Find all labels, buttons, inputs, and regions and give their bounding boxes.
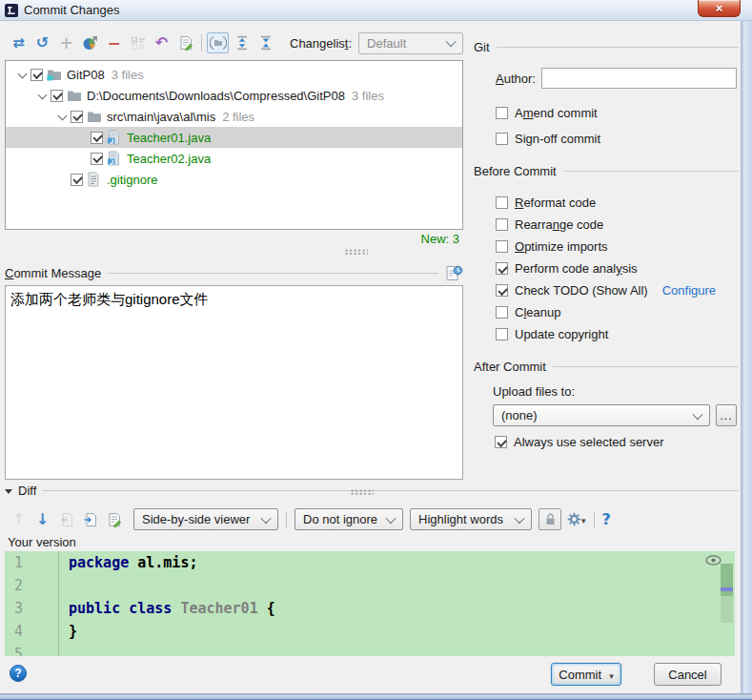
diff-code-pane: 1package al.mis;23public class Teacher01… (5, 551, 735, 656)
git-section-title: Git (474, 40, 490, 54)
file-count: 3 files (352, 89, 384, 103)
compare-previous-file-button[interactable] (55, 509, 77, 530)
window-frame-right (741, 21, 752, 693)
option-update-copyright[interactable]: Update copyright (474, 323, 739, 345)
splitter-grip[interactable] (345, 249, 368, 255)
tree-row-teacher01-java[interactable]: Teacher01.java (6, 127, 462, 148)
tree-row-teacher02-java[interactable]: Teacher02.java (6, 148, 462, 169)
lock-scroll-button[interactable] (539, 508, 561, 530)
next-difference-button[interactable]: ↓ (31, 509, 53, 530)
add-changelist-button[interactable]: + (55, 32, 77, 53)
upload-server-select[interactable]: (none) (493, 404, 710, 426)
diff-scrollbar[interactable] (721, 564, 733, 632)
group-by-directory-button[interactable] (207, 32, 229, 53)
show-diff-button[interactable] (174, 32, 196, 53)
tree-row-gitp08[interactable]: GitP083 files (6, 64, 462, 85)
header-divider (553, 366, 739, 367)
code-line: 4} (5, 620, 735, 643)
option-checkbox[interactable] (496, 196, 508, 209)
changelist-details-button[interactable] (127, 32, 149, 53)
option-perform-code-analysis[interactable]: Perform code analysis (474, 257, 739, 279)
tree-label: Teacher01.java (127, 131, 211, 145)
tree-expander-icon[interactable] (53, 114, 71, 119)
tree-checkbox[interactable] (51, 90, 63, 102)
tree-label: .gitignore (107, 173, 157, 187)
option-sign-off-commit[interactable]: Sign-off commit (474, 126, 739, 152)
commit-button[interactable]: Commit (551, 663, 621, 686)
eye-icon[interactable] (705, 554, 722, 568)
line-number: 5 (5, 643, 59, 656)
expand-all-button[interactable] (231, 32, 253, 53)
go-to-changed-file-button[interactable] (79, 509, 101, 530)
option-checkbox[interactable] (496, 107, 508, 119)
chevron-down-icon (692, 408, 702, 419)
message-history-icon[interactable] (445, 265, 463, 281)
configure-link[interactable]: Configure (662, 283, 716, 298)
tree-expander-icon[interactable] (13, 72, 30, 77)
edit-source-button[interactable] (103, 509, 125, 530)
option-checkbox[interactable] (496, 306, 508, 319)
author-input[interactable] (541, 68, 737, 89)
always-use-server-checkbox[interactable] (495, 436, 507, 448)
whitespace-ignore-select[interactable]: Do not ignore (295, 508, 403, 530)
diff-section-title: Diff (18, 484, 36, 498)
option-reformat-code[interactable]: Reformat code (474, 192, 739, 214)
tree-row-src-main-java-al-mis[interactable]: src\main\java\al\mis2 files (6, 106, 462, 127)
module-folder-icon (47, 68, 64, 81)
header-divider (108, 273, 438, 274)
help-button[interactable]: ? (10, 665, 27, 682)
code-line: 3public class Teacher01 { (5, 597, 735, 620)
code-line: 5 (5, 643, 735, 656)
rollback-button[interactable]: ↶ (151, 32, 173, 53)
tree-checkbox[interactable] (30, 69, 43, 81)
diff-settings-button[interactable] (567, 512, 586, 526)
refresh-button[interactable]: ↺ (31, 32, 53, 53)
tree-checkbox[interactable] (91, 153, 103, 165)
folder-icon (67, 89, 84, 102)
collapse-all-button[interactable] (254, 32, 276, 53)
commit-options-chevron-icon[interactable] (609, 668, 614, 682)
tree-expander-icon[interactable] (33, 93, 51, 98)
diff-splitter-grip[interactable] (351, 489, 374, 495)
remove-changelist-button[interactable]: − (103, 32, 125, 53)
option-label: Cleanup (515, 305, 560, 319)
commit-changes-dialog: Commit Changes × ⇄↺+−↶ Changelist: Defau… (0, 0, 752, 700)
option-checkbox[interactable] (496, 284, 508, 297)
option-checkbox[interactable] (496, 133, 508, 145)
diff-nav-actions: ↑↓ (8, 509, 125, 530)
option-amend-commit[interactable]: Amend commit (474, 100, 739, 126)
option-optimize-imports[interactable]: Optimize imports (474, 236, 739, 257)
tree-checkbox[interactable] (71, 111, 83, 123)
changelist-select[interactable]: Default (358, 32, 463, 54)
browse-servers-button[interactable]: ... (716, 404, 737, 426)
highlight-mode-select[interactable]: Highlight words (410, 508, 532, 530)
option-checkbox[interactable] (496, 218, 508, 231)
move-to-changelist-button[interactable] (79, 32, 101, 53)
option-checkbox[interactable] (496, 240, 508, 253)
cancel-button[interactable]: Cancel (654, 663, 722, 686)
option-check-todo-show-all[interactable]: Check TODO (Show All)Configure (474, 279, 739, 301)
window-title: Commit Changes (24, 3, 119, 17)
collapse-triangle-icon[interactable] (5, 489, 12, 494)
file-count: 3 files (112, 68, 144, 82)
option-rearrange-code[interactable]: Rearrange code (474, 214, 739, 236)
option-checkbox[interactable] (496, 328, 508, 340)
header-divider (497, 47, 739, 48)
tree-label: GitP08 (67, 68, 105, 82)
always-use-server-option[interactable]: Always use selected server (474, 435, 739, 449)
tree-checkbox[interactable] (71, 174, 83, 186)
sync-changes-button[interactable]: ⇄ (8, 32, 30, 53)
previous-difference-button[interactable]: ↑ (8, 509, 30, 530)
option-checkbox[interactable] (496, 262, 508, 275)
diff-help-button[interactable]: ? (602, 512, 611, 527)
vcs-toolbar-view-toggles (207, 32, 276, 53)
option-label: Check TODO (Show All) (515, 283, 648, 298)
tree-checkbox[interactable] (91, 132, 103, 144)
commit-message-input[interactable]: 添加两个老师类与gitignore文件 (5, 285, 463, 480)
diff-viewer-select[interactable]: Side-by-side viewer (133, 508, 278, 530)
close-button[interactable]: × (698, 0, 741, 17)
option-cleanup[interactable]: Cleanup (474, 301, 739, 323)
tree-row-gitignore[interactable]: .gitignore (6, 169, 462, 190)
tree-row-d-documents-downloads-compressed-gitp08[interactable]: D:\Documents\Downloads\Compressed\GitP08… (6, 85, 462, 106)
option-label: Optimize imports (515, 239, 608, 254)
